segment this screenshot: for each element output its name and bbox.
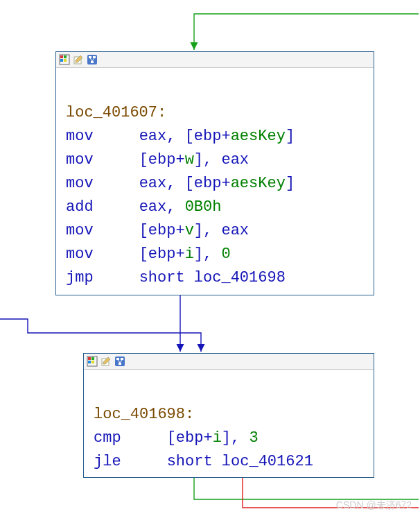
svg-rect-13	[88, 361, 91, 363]
svg-rect-8	[93, 56, 96, 58]
svg-rect-2	[64, 55, 67, 58]
node-titlebar	[56, 52, 374, 68]
graph-icon[interactable]	[87, 54, 98, 65]
edit-icon[interactable]	[100, 356, 112, 367]
disasm-block-loc-401607[interactable]: loc_401607: mov eax, [ebp+aesKey] mov [e…	[55, 51, 374, 295]
block-label: loc_401698:	[94, 406, 194, 423]
watermark: CSDN @未济672	[336, 499, 412, 512]
node-titlebar	[84, 354, 374, 370]
block-label: loc_401607:	[66, 104, 166, 121]
svg-rect-7	[89, 56, 91, 58]
svg-rect-12	[91, 357, 94, 360]
svg-rect-4	[64, 59, 67, 62]
disasm-code: loc_401698: cmp [ebp+i], 3 jle short loc…	[84, 370, 374, 481]
svg-rect-17	[116, 358, 119, 360]
svg-rect-19	[119, 363, 121, 365]
edit-icon[interactable]	[73, 54, 84, 65]
svg-rect-18	[121, 358, 123, 360]
disasm-block-loc-401698[interactable]: loc_401698: cmp [ebp+i], 3 jle short loc…	[83, 353, 374, 478]
graph-icon[interactable]	[114, 356, 125, 367]
svg-rect-9	[91, 61, 94, 63]
color-picker-icon[interactable]	[87, 356, 98, 367]
svg-rect-14	[91, 361, 94, 363]
color-picker-icon[interactable]	[59, 54, 70, 65]
svg-rect-11	[88, 357, 91, 360]
svg-rect-1	[60, 55, 63, 58]
disasm-code: loc_401607: mov eax, [ebp+aesKey] mov [e…	[56, 68, 374, 297]
svg-rect-3	[60, 59, 63, 62]
